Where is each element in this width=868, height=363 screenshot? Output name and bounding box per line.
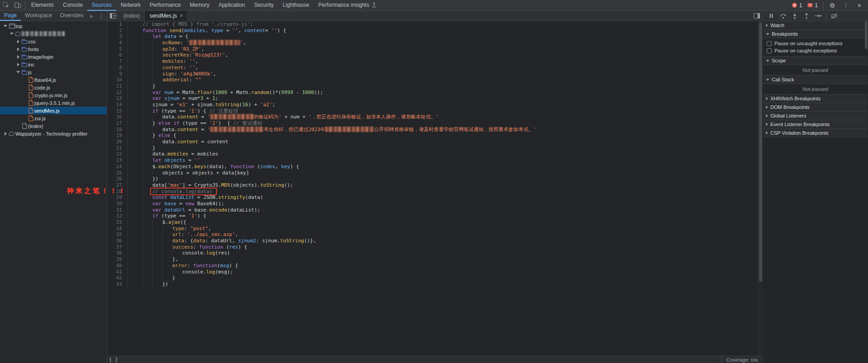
tree-item-image-login[interactable]: image/login: [0, 53, 107, 61]
editor-tab-sendMes-js[interactable]: sendMes.js×: [145, 11, 188, 21]
line-number[interactable]: 34: [107, 226, 128, 232]
tree-item-js[interactable]: js: [0, 68, 107, 76]
tree-item-code.js[interactable]: code.js: [0, 84, 107, 91]
line-number[interactable]: 37: [107, 244, 128, 250]
expanded-arrow-icon[interactable]: [4, 25, 7, 27]
issues-count-badge[interactable]: 1: [806, 2, 820, 9]
checkbox-pause-on-uncaught-exceptions[interactable]: Pause on uncaught exceptions: [763, 40, 868, 47]
section-call-stack[interactable]: Call Stack: [763, 75, 868, 84]
line-number[interactable]: 40: [107, 263, 128, 269]
checkbox-unchecked[interactable]: [767, 41, 772, 46]
deactivate-breakpoints-icon[interactable]: [829, 11, 840, 21]
tree-item-zui.js[interactable]: zui.js: [0, 114, 107, 122]
tree-item-jquery-3.5.1.min.js[interactable]: jquery-3.5.1.min.js: [0, 99, 107, 107]
line-number[interactable]: 1: [107, 21, 128, 28]
line-number[interactable]: 12: [107, 90, 128, 96]
line-number[interactable]: 3: [107, 33, 128, 40]
tab-sources[interactable]: Sources: [87, 0, 116, 11]
collapsed-arrow-icon[interactable]: [17, 63, 19, 66]
step-into-icon[interactable]: [789, 11, 800, 21]
tree-item-wappalyzer-technology-profiler[interactable]: Wappalyzer - Technology profiler: [0, 130, 107, 137]
section-dom-breakpoints[interactable]: DOM Breakpoints: [763, 103, 868, 112]
line-number[interactable]: 4: [107, 40, 128, 46]
line-number[interactable]: 8: [107, 65, 128, 71]
tab-security[interactable]: Security: [250, 0, 278, 11]
line-number[interactable]: 17: [107, 120, 128, 127]
line-number[interactable]: 24: [107, 164, 128, 170]
debugger-scrollbar-thumb[interactable]: [865, 21, 868, 49]
checkbox-unchecked[interactable]: [767, 48, 772, 53]
tree-item-css[interactable]: css: [0, 38, 107, 45]
line-number[interactable]: 30: [107, 201, 128, 207]
navigator-toggle-icon[interactable]: [107, 11, 119, 21]
line-number[interactable]: 15: [107, 108, 128, 114]
navigator-tab-overrides[interactable]: Overrides: [56, 11, 88, 21]
editor-scrollbar[interactable]: [758, 21, 763, 356]
tab-console[interactable]: Console: [58, 0, 87, 11]
line-number[interactable]: 21: [107, 145, 128, 151]
checkbox-pause-on-caught-exceptions[interactable]: Pause on caught exceptions: [763, 47, 868, 54]
line-number[interactable]: 22: [107, 151, 128, 157]
step-out-icon[interactable]: [801, 11, 812, 21]
tab-network[interactable]: Network: [116, 0, 145, 11]
section-csp-violation-breakpoints[interactable]: CSP Violation Breakpoints: [763, 129, 868, 137]
inspect-icon[interactable]: [0, 0, 12, 10]
line-number[interactable]: 14: [107, 102, 128, 108]
line-number[interactable]: 39: [107, 256, 128, 263]
code-area[interactable]: 1// import { MD5 } from './crypto-js';2f…: [107, 21, 758, 356]
collapsed-arrow-icon[interactable]: [17, 47, 19, 51]
line-number[interactable]: 26: [107, 176, 128, 182]
collapsed-arrow-icon[interactable]: [5, 132, 7, 136]
line-number[interactable]: 32: [107, 213, 128, 219]
tree-item-base64.js[interactable]: Base64.js: [0, 76, 107, 84]
line-number[interactable]: 31: [107, 207, 128, 213]
tab-application[interactable]: Application: [214, 0, 250, 11]
line-number[interactable]: 23: [107, 157, 128, 164]
section-watch[interactable]: Watch: [763, 21, 868, 30]
section-global-listeners[interactable]: Global Listeners: [763, 112, 868, 120]
tab-performance[interactable]: Performance: [145, 0, 185, 11]
line-number[interactable]: 10: [107, 77, 128, 83]
collapsed-arrow-icon[interactable]: [17, 55, 19, 59]
tree-item-(index)[interactable]: (index): [0, 122, 107, 130]
step-over-icon[interactable]: [778, 11, 788, 21]
settings-gear-icon[interactable]: ⚙: [826, 0, 838, 10]
navigator-kebab-icon[interactable]: ⋮: [95, 13, 108, 19]
collapsed-arrow-icon[interactable]: [17, 40, 19, 43]
tree-item-top[interactable]: top: [0, 22, 107, 30]
dock-side-icon[interactable]: [751, 11, 763, 21]
line-number[interactable]: 41: [107, 269, 128, 275]
device-toolbar-icon[interactable]: [12, 0, 24, 10]
line-number[interactable]: 13: [107, 95, 128, 102]
tree-item-redacted-site[interactable]: [0, 30, 107, 38]
line-number[interactable]: 6: [107, 52, 128, 58]
expanded-arrow-icon[interactable]: [10, 33, 14, 35]
code-editor[interactable]: 1// import { MD5 } from './crypto-js';2f…: [107, 21, 763, 363]
more-tabs-chevron[interactable]: »: [88, 13, 95, 19]
navigator-tab-workspace[interactable]: Workspace: [21, 11, 56, 21]
close-icon[interactable]: ×: [854, 0, 865, 10]
close-icon[interactable]: ×: [179, 13, 183, 19]
line-number[interactable]: 38: [107, 250, 128, 256]
tab-lighthouse[interactable]: Lighthouse: [278, 0, 314, 11]
line-number[interactable]: 2: [107, 28, 128, 34]
tab-performance-insights[interactable]: Performance insights: [314, 0, 381, 11]
section-event-listener-breakpoints[interactable]: Event Listener Breakpoints: [763, 120, 868, 129]
section-breakpoints[interactable]: Breakpoints: [763, 30, 868, 38]
line-number[interactable]: 35: [107, 231, 128, 238]
line-number[interactable]: 36: [107, 238, 128, 244]
tree-item-fonts[interactable]: fonts: [0, 45, 107, 53]
line-number[interactable]: 11: [107, 83, 128, 90]
tree-item-inc[interactable]: inc: [0, 61, 107, 68]
step-icon[interactable]: [813, 11, 824, 21]
line-number[interactable]: 16: [107, 114, 128, 120]
expanded-arrow-icon[interactable]: [16, 71, 20, 73]
line-number[interactable]: 7: [107, 58, 128, 65]
line-number[interactable]: 9: [107, 71, 128, 77]
tab-memory[interactable]: Memory: [185, 0, 214, 11]
line-number[interactable]: 25: [107, 170, 128, 176]
line-number[interactable]: 29: [107, 194, 128, 201]
pretty-print-icon[interactable]: { }: [107, 356, 120, 363]
error-count-badge[interactable]: 1: [790, 2, 804, 9]
kebab-menu-icon[interactable]: ⋮: [840, 0, 852, 10]
